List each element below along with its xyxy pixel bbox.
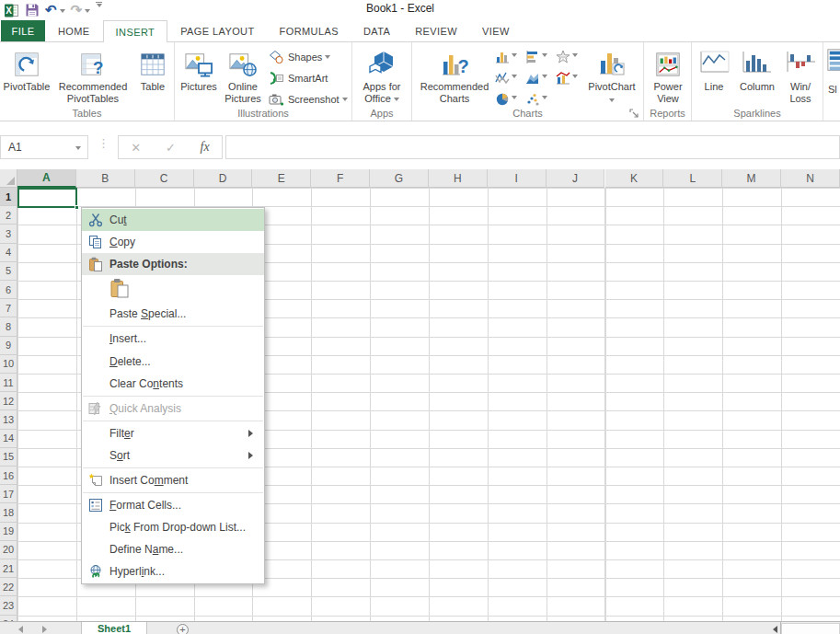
sparkline-line-button[interactable]: Line (694, 81, 734, 93)
tab-page-layout[interactable]: PAGE LAYOUT (168, 20, 266, 41)
column-header-d[interactable]: D (194, 169, 253, 188)
menu-item-insert-comment[interactable]: Insert Comment (82, 469, 264, 491)
row-header-7[interactable]: 7 (0, 299, 17, 317)
menu-item-filter[interactable]: Filter (82, 422, 264, 444)
menu-item-delete[interactable]: Delete... (82, 350, 264, 372)
power-view-button[interactable]: Power View (648, 45, 688, 105)
column-header-c[interactable]: C (135, 169, 194, 188)
recommended-pivottables-button[interactable]: ? Recommended PivotTables (53, 45, 132, 105)
row-header-20[interactable]: 20 (0, 541, 17, 559)
row-header-17[interactable]: 17 (0, 485, 17, 503)
insert-bar-chart-button[interactable] (525, 47, 553, 66)
row-header-15[interactable]: 15 (0, 448, 17, 467)
row-header-13[interactable]: 13 (0, 410, 17, 429)
column-header-a[interactable]: A (17, 169, 76, 188)
column-header-n[interactable]: N (781, 169, 840, 188)
column-header-l[interactable]: L (663, 169, 722, 188)
next-sheet-button[interactable] (42, 626, 51, 633)
scroll-left-icon[interactable] (769, 626, 777, 633)
column-header-e[interactable]: E (252, 169, 311, 188)
row-header-18[interactable]: 18 (0, 503, 17, 522)
screenshot-button[interactable]: Screenshot (269, 89, 348, 109)
menu-item-clear-contents[interactable]: Clear Contents (82, 373, 264, 395)
cancel-button[interactable]: ✕ (131, 141, 141, 155)
sparkline-column-button[interactable]: Column (736, 81, 778, 93)
row-header-22[interactable]: 22 (0, 578, 17, 596)
redo-dropdown-icon[interactable] (85, 9, 90, 16)
active-cell-selection[interactable] (17, 188, 77, 208)
apps-for-office-button[interactable]: Apps for Office (358, 45, 406, 105)
formula-input[interactable] (225, 135, 840, 159)
menu-item-pick-from-drop-down-list[interactable]: Pick From Drop-down List... (82, 516, 264, 538)
sparkline-winloss-button[interactable]: Win/Loss (782, 81, 819, 105)
row-header-19[interactable]: 19 (0, 523, 17, 541)
menu-item-insert[interactable]: Insert... (82, 328, 264, 350)
formula-bar-splitter[interactable]: ⋮ (98, 136, 109, 150)
recommended-charts-button[interactable]: ? Recommended Charts (419, 45, 490, 105)
row-header-5[interactable]: 5 (0, 262, 17, 281)
online-pictures-button[interactable]: Online Pictures (221, 45, 265, 105)
menu-item-sort[interactable]: Sort (82, 444, 264, 467)
insert-function-button[interactable]: fx (201, 140, 210, 155)
row-header-1[interactable]: 1 (0, 188, 17, 206)
insert-area-chart-button[interactable] (525, 68, 553, 87)
excel-logo-icon[interactable]: X (4, 2, 19, 18)
slicer-button-partial[interactable]: Sl (826, 47, 840, 119)
column-header-b[interactable]: B (76, 169, 135, 188)
row-header-4[interactable]: 4 (0, 244, 17, 262)
row-header-16[interactable]: 16 (0, 467, 17, 485)
pivottable-button[interactable]: PivotTable (2, 45, 52, 93)
row-header-23[interactable]: 23 (0, 596, 17, 615)
tab-review[interactable]: REVIEW (403, 20, 469, 41)
insert-line-chart-button[interactable] (495, 68, 523, 87)
pivotchart-button[interactable]: PivotChart (585, 45, 639, 106)
column-header-f[interactable]: F (311, 169, 370, 188)
column-header-h[interactable]: H (429, 169, 488, 188)
tab-view[interactable]: VIEW (470, 20, 522, 41)
column-header-m[interactable]: M (722, 169, 781, 188)
menu-item-define-name[interactable]: Define Name... (82, 538, 264, 560)
tab-file[interactable]: FILE (1, 20, 45, 41)
smartart-button[interactable]: SmartArt (269, 68, 328, 87)
tab-formulas[interactable]: FORMULAS (268, 20, 351, 41)
customize-qat-button[interactable] (96, 2, 102, 18)
new-sheet-button[interactable]: + (177, 624, 189, 634)
row-header-6[interactable]: 6 (0, 281, 17, 299)
sheet-tab-sheet1[interactable]: Sheet1 (81, 622, 147, 634)
previous-sheet-button[interactable] (15, 626, 23, 633)
name-box[interactable]: A1 (0, 135, 88, 159)
column-header-k[interactable]: K (605, 169, 664, 188)
menu-item-cut[interactable]: Cut (82, 209, 264, 231)
undo-dropdown-icon[interactable] (60, 9, 65, 16)
column-header-g[interactable]: G (370, 169, 429, 188)
menu-item-format-cells[interactable]: Format Cells... (82, 494, 264, 516)
row-header-11[interactable]: 11 (0, 374, 17, 392)
row-header-8[interactable]: 8 (0, 317, 17, 336)
tab-home[interactable]: HOME (46, 20, 102, 41)
column-header-i[interactable]: I (488, 169, 547, 188)
paste-option-button[interactable] (82, 275, 264, 303)
table-button[interactable]: Table (134, 45, 171, 93)
menu-item-copy[interactable]: Copy (82, 231, 264, 253)
horizontal-scrollbar-thumb[interactable] (781, 623, 840, 634)
undo-button[interactable]: ↶ (45, 2, 65, 18)
row-header-10[interactable]: 10 (0, 355, 17, 374)
row-header-3[interactable]: 3 (0, 225, 17, 243)
row-header-14[interactable]: 14 (0, 430, 17, 448)
insert-stock-surface-radar-chart-button[interactable] (556, 47, 583, 66)
redo-button[interactable]: ↷ (71, 2, 91, 18)
menu-item-hyperlink[interactable]: Hyperlink... (82, 560, 264, 582)
fill-handle[interactable] (75, 205, 79, 210)
pictures-button[interactable]: Pictures (178, 45, 219, 93)
name-box-dropdown-icon[interactable] (75, 146, 81, 153)
select-all-button[interactable] (0, 169, 17, 188)
row-header-21[interactable]: 21 (0, 559, 17, 578)
row-header-2[interactable]: 2 (0, 206, 17, 225)
insert-combo-chart-button[interactable] (556, 68, 583, 87)
column-header-j[interactable]: J (547, 169, 605, 188)
tab-insert[interactable]: INSERT (103, 20, 168, 42)
row-header-12[interactable]: 12 (0, 392, 17, 410)
menu-item-paste-special[interactable]: Paste Special... (82, 303, 264, 325)
shapes-button[interactable]: Shapes (269, 47, 330, 66)
menu-item-quick-analysis[interactable]: Quick Analysis (82, 398, 264, 420)
